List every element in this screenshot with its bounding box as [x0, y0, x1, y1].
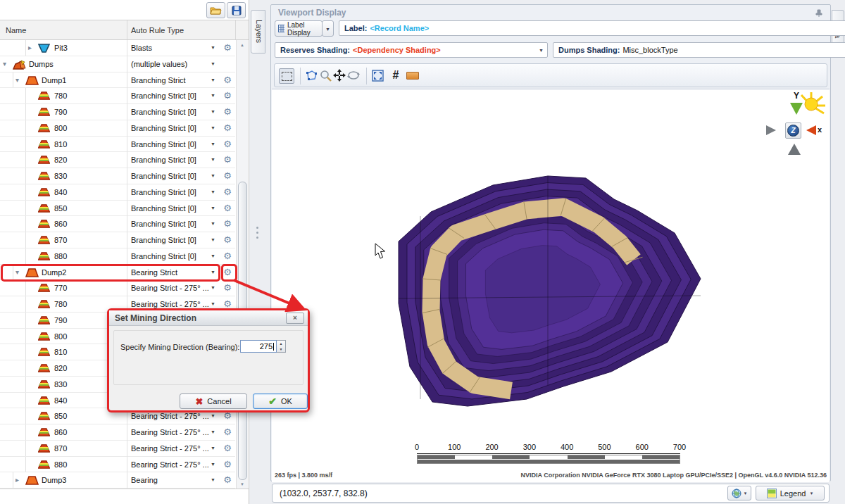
- save-button[interactable]: [227, 2, 246, 18]
- collapse-arrow-icon[interactable]: ▾: [15, 267, 19, 277]
- rule-dropdown-icon[interactable]: ▼: [211, 109, 215, 114]
- cancel-button[interactable]: ✖ Cancel: [180, 393, 247, 409]
- grid-toggle-tool[interactable]: #: [389, 68, 403, 82]
- tree-row[interactable]: 780Branching Strict [0]▼⚙: [0, 88, 235, 104]
- rule-value[interactable]: Branching Strict [0]: [131, 172, 210, 180]
- rule-value[interactable]: Bearing Strict - 275° ...: [131, 284, 210, 292]
- tree-row[interactable]: ▸Pit3Blasts▼⚙: [0, 40, 235, 56]
- label-display-button[interactable]: Label Display: [275, 20, 323, 37]
- orbit-tool[interactable]: [346, 68, 361, 82]
- rule-dropdown-icon[interactable]: ▼: [211, 285, 215, 290]
- expand-arrow-icon[interactable]: ▸: [15, 475, 19, 485]
- tree-row[interactable]: 820Branching Strict [0]▼⚙: [0, 152, 235, 168]
- rule-dropdown-icon[interactable]: ▼: [211, 253, 215, 258]
- rule-dropdown-icon[interactable]: ▼: [211, 77, 215, 82]
- gear-icon[interactable]: ⚙: [220, 267, 234, 277]
- chevron-down-icon[interactable]: ▼: [539, 48, 544, 53]
- scroll-up-icon[interactable]: ▲: [237, 40, 247, 50]
- axis-south-arrow-icon[interactable]: [788, 144, 801, 155]
- rule-dropdown-icon[interactable]: ▼: [211, 237, 215, 242]
- rule-dropdown-icon[interactable]: ▼: [211, 462, 215, 467]
- gear-icon[interactable]: ⚙: [220, 170, 234, 181]
- rule-dropdown-icon[interactable]: ▼: [211, 157, 215, 162]
- coordinate-system-button[interactable]: ▼: [727, 486, 751, 500]
- rule-value[interactable]: Branching Strict [0]: [131, 108, 210, 116]
- rule-dropdown-icon[interactable]: ▼: [211, 206, 215, 210]
- tree-row[interactable]: 810Branching Strict [0]▼⚙: [0, 137, 235, 153]
- gear-icon[interactable]: ⚙: [220, 90, 234, 101]
- gear-icon[interactable]: ⚙: [220, 154, 234, 165]
- tree-row[interactable]: 800Branching Strict [0]▼⚙: [0, 120, 235, 137]
- rule-value[interactable]: Branching Strict [0]: [131, 188, 210, 196]
- tree-scrollbar[interactable]: ▲ ▼: [236, 40, 248, 489]
- rule-dropdown-icon[interactable]: ▼: [211, 93, 215, 98]
- rule-value[interactable]: Branching Strict: [131, 76, 210, 84]
- axis-y-arrow-icon[interactable]: [790, 103, 803, 115]
- rule-dropdown-icon[interactable]: ▼: [211, 477, 215, 482]
- measure-tool[interactable]: [406, 68, 420, 82]
- rule-dropdown-icon[interactable]: ▼: [211, 173, 215, 178]
- tree-row[interactable]: ▾Dump1Branching Strict▼⚙: [0, 73, 235, 89]
- gear-icon[interactable]: ⚙: [220, 42, 234, 53]
- rule-dropdown-icon[interactable]: ▼: [211, 270, 215, 275]
- tab-layers[interactable]: Layers: [251, 10, 265, 53]
- gear-icon[interactable]: ⚙: [220, 218, 234, 229]
- tree-row[interactable]: 830Branching Strict [0]▼⚙: [0, 168, 235, 184]
- rule-value[interactable]: Bearing Strict - 275° ...: [131, 460, 210, 469]
- rule-dropdown-icon[interactable]: ▼: [211, 301, 215, 306]
- rule-value[interactable]: Bearing Strict - 275° ...: [131, 300, 210, 308]
- legend-button[interactable]: Legend ▼: [756, 486, 825, 500]
- bearing-input[interactable]: 275: [240, 340, 277, 353]
- tree-row[interactable]: 850Branching Strict [0]▼⚙: [0, 201, 235, 217]
- gear-icon[interactable]: ⚙: [220, 251, 234, 261]
- gear-icon[interactable]: ⚙: [220, 298, 234, 309]
- label-combo[interactable]: Label: <Record Name> ▼: [339, 20, 845, 36]
- tree-row[interactable]: 870Branching Strict [0]▼⚙: [0, 232, 235, 248]
- rule-dropdown-icon[interactable]: ▼: [211, 61, 215, 66]
- rule-value[interactable]: Branching Strict [0]: [131, 204, 210, 213]
- gear-icon[interactable]: ⚙: [220, 187, 234, 197]
- rule-value[interactable]: Bearing: [131, 476, 210, 484]
- rule-value[interactable]: Bearing Strict - 275° ...: [131, 428, 210, 436]
- rule-value[interactable]: Blasts: [131, 44, 210, 52]
- viewport-3d-canvas[interactable]: Y Z x 0100200300400500600700 26: [272, 89, 830, 482]
- tree-row[interactable]: 880Bearing Strict - 275° ...▼⚙: [0, 457, 235, 473]
- rule-value[interactable]: Branching Strict [0]: [131, 140, 210, 149]
- rule-value[interactable]: Bearing Strict - 275° ...: [131, 444, 210, 453]
- rule-value[interactable]: Branching Strict [0]: [131, 236, 210, 244]
- rule-dropdown-icon[interactable]: ▼: [211, 141, 215, 146]
- rule-dropdown-icon[interactable]: ▼: [211, 221, 215, 226]
- dumps-shading-combo[interactable]: Dumps Shading: Misc_blockType ▼: [553, 42, 845, 58]
- rule-dropdown-icon[interactable]: ▼: [211, 125, 215, 130]
- gear-icon[interactable]: ⚙: [220, 282, 234, 293]
- tree-row[interactable]: ▾Dumps(multiple values)▼: [0, 56, 235, 73]
- gear-icon[interactable]: ⚙: [220, 234, 234, 245]
- gear-icon[interactable]: ⚙: [220, 474, 234, 485]
- open-file-button[interactable]: [206, 2, 225, 18]
- rule-dropdown-icon[interactable]: ▼: [211, 446, 215, 451]
- tree-row[interactable]: 870Bearing Strict - 275° ...▼⚙: [0, 441, 235, 457]
- rule-value[interactable]: (multiple values): [131, 60, 210, 68]
- axis-z-button[interactable]: Z: [785, 122, 801, 139]
- gear-icon[interactable]: ⚙: [220, 122, 234, 133]
- rule-value[interactable]: Bearing Strict - 275° ...: [131, 412, 210, 420]
- tree-row[interactable]: 770Bearing Strict - 275° ...▼⚙: [0, 280, 235, 296]
- tree-row[interactable]: 790Branching Strict [0]▼⚙: [0, 104, 235, 120]
- pin-icon[interactable]: [815, 8, 823, 20]
- collapse-arrow-icon[interactable]: ▾: [3, 59, 6, 69]
- ok-button[interactable]: ✔ OK: [253, 393, 308, 409]
- dialog-close-button[interactable]: ×: [286, 313, 304, 324]
- rule-value[interactable]: Branching Strict [0]: [131, 220, 210, 228]
- gear-icon[interactable]: ⚙: [220, 75, 234, 85]
- gear-icon[interactable]: ⚙: [220, 139, 234, 149]
- rule-dropdown-icon[interactable]: ▼: [211, 45, 215, 50]
- polygon-select-tool[interactable]: [304, 68, 318, 82]
- collapse-arrow-icon[interactable]: ▾: [15, 75, 19, 85]
- scroll-down-icon[interactable]: ▼: [237, 479, 247, 489]
- gear-icon[interactable]: ⚙: [220, 427, 234, 437]
- column-header-rule[interactable]: Auto Rule Type: [131, 26, 184, 34]
- tree-row[interactable]: 860Bearing Strict - 275° ...▼⚙: [0, 424, 235, 441]
- tree-row[interactable]: ▾Dump2Bearing Strict▼⚙: [0, 265, 235, 281]
- tree-column-headers[interactable]: Name Auto Rule Type: [0, 20, 249, 40]
- gear-icon[interactable]: ⚙: [220, 443, 234, 453]
